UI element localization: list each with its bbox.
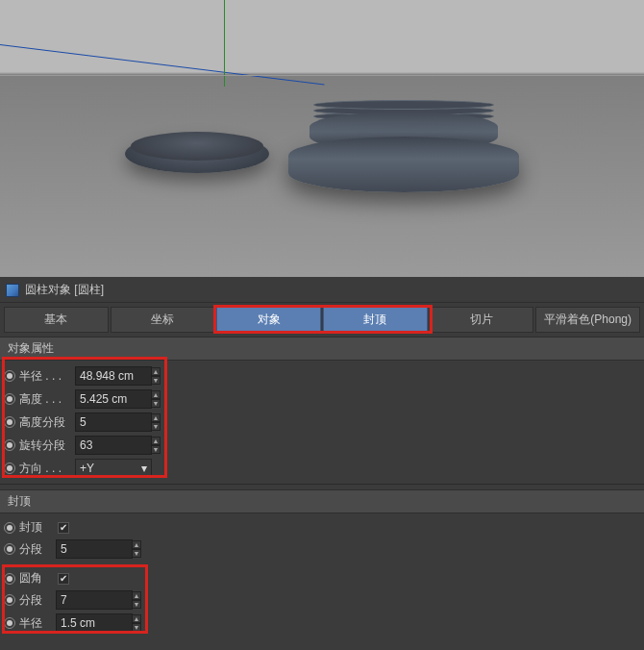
spinner-fillet-seg[interactable]: ▲▼ (132, 591, 141, 609)
param-anim-toggle[interactable] (4, 462, 15, 474)
viewport-3d[interactable] (0, 0, 644, 277)
param-anim-toggle[interactable] (4, 522, 15, 534)
input-height[interactable] (75, 389, 152, 409)
prop-row-direction: 方向 . . . +Y ▾ (4, 457, 640, 480)
label-fillet-radius: 半径 (19, 615, 56, 632)
spinner-fillet-radius[interactable]: ▲▼ (132, 614, 141, 632)
prop-row-radius: 半径 . . . ▲▼ (4, 364, 640, 388)
section-header-caps: 封顶 (0, 489, 644, 513)
tab-coord[interactable]: 坐标 (111, 307, 215, 333)
spinner-caps-seg[interactable]: ▲▼ (132, 540, 141, 558)
input-fillet-radius[interactable] (56, 613, 133, 633)
tab-phong[interactable]: 平滑着色(Phong) (535, 307, 640, 333)
tab-bar: 基本 坐标 对象 封顶 切片 平滑着色(Phong) (0, 303, 644, 337)
label-caps-seg: 分段 (19, 541, 56, 558)
cube-icon (6, 284, 19, 297)
label-height: 高度 . . . (19, 391, 75, 408)
tab-object[interactable]: 对象 (216, 307, 321, 333)
input-fillet-seg[interactable] (56, 590, 133, 610)
param-anim-toggle[interactable] (4, 543, 15, 555)
chevron-down-icon: ▾ (141, 462, 147, 475)
param-anim-toggle[interactable] (4, 393, 15, 405)
label-fillet: 圆角 (19, 570, 56, 587)
spinner-height[interactable]: ▲▼ (151, 390, 161, 408)
input-height-seg[interactable] (75, 412, 152, 432)
label-direction: 方向 . . . (19, 461, 75, 477)
combo-direction[interactable]: +Y ▾ (75, 459, 152, 478)
checkbox-fillet[interactable]: ✔ (58, 573, 69, 585)
panel-title-row: 圆柱对象 [圆柱] (0, 278, 644, 303)
spinner-height-seg[interactable]: ▲▼ (151, 413, 161, 431)
input-caps-seg[interactable] (56, 539, 133, 559)
param-anim-toggle[interactable] (4, 416, 15, 428)
disc-top-face (131, 132, 263, 161)
horizon-line (0, 75, 644, 76)
param-anim-toggle[interactable] (4, 439, 15, 451)
label-height-seg: 高度分段 (19, 414, 75, 431)
panel-title: 圆柱对象 [圆柱] (25, 282, 104, 298)
section-header-object-props: 对象属性 (0, 337, 644, 361)
tab-slice[interactable]: 切片 (430, 307, 534, 333)
param-anim-toggle[interactable] (4, 594, 15, 606)
param-anim-toggle[interactable] (4, 617, 15, 629)
attribute-manager: 圆柱对象 [圆柱] 基本 坐标 对象 封顶 切片 平滑着色(Phong) 对象属… (0, 278, 644, 650)
label-radius: 半径 . . . (19, 368, 75, 385)
object-props-group: 半径 . . . ▲▼ 高度 . . . ▲▼ 高度分段 ▲▼ 旋转分段 ▲▼ … (0, 361, 644, 484)
prop-row-caps-seg: 分段 ▲▼ (4, 538, 640, 561)
prop-row-height: 高度 . . . ▲▼ (4, 388, 640, 411)
spinner-radius[interactable]: ▲▼ (151, 367, 161, 385)
jar-thread-ring (313, 100, 494, 110)
spacer (4, 561, 640, 568)
tab-basic[interactable]: 基本 (4, 307, 109, 333)
prop-row-height-seg: 高度分段 ▲▼ (4, 411, 640, 434)
prop-row-fillet-seg: 分段 ▲▼ (4, 588, 640, 612)
checkbox-caps[interactable]: ✔ (58, 522, 69, 534)
combo-direction-value: +Y (80, 462, 94, 475)
axis-y (224, 0, 225, 87)
jar-base (288, 137, 519, 192)
cylinder-object-disc[interactable] (125, 135, 269, 173)
cylinder-object-jar[interactable] (288, 77, 519, 192)
tab-caps[interactable]: 封顶 (323, 307, 428, 333)
prop-row-caps: 封顶 ✔ (4, 517, 640, 538)
axis-z (0, 44, 325, 85)
prop-row-rot-seg: 旋转分段 ▲▼ (4, 434, 640, 457)
label-rot-seg: 旋转分段 (19, 438, 75, 454)
label-caps: 封顶 (19, 519, 56, 536)
prop-row-fillet-radius: 半径 ▲▼ (4, 612, 640, 635)
input-radius[interactable] (75, 366, 152, 386)
caps-props-group: 封顶 ✔ 分段 ▲▼ 圆角 ✔ 分段 ▲▼ 半径 ▲▼ (0, 513, 644, 638)
prop-row-fillet: 圆角 ✔ (4, 568, 640, 588)
label-fillet-seg: 分段 (19, 592, 56, 609)
param-anim-toggle[interactable] (4, 370, 15, 382)
spinner-rot-seg[interactable]: ▲▼ (151, 437, 161, 454)
input-rot-seg[interactable] (75, 436, 152, 455)
param-anim-toggle[interactable] (4, 573, 15, 585)
